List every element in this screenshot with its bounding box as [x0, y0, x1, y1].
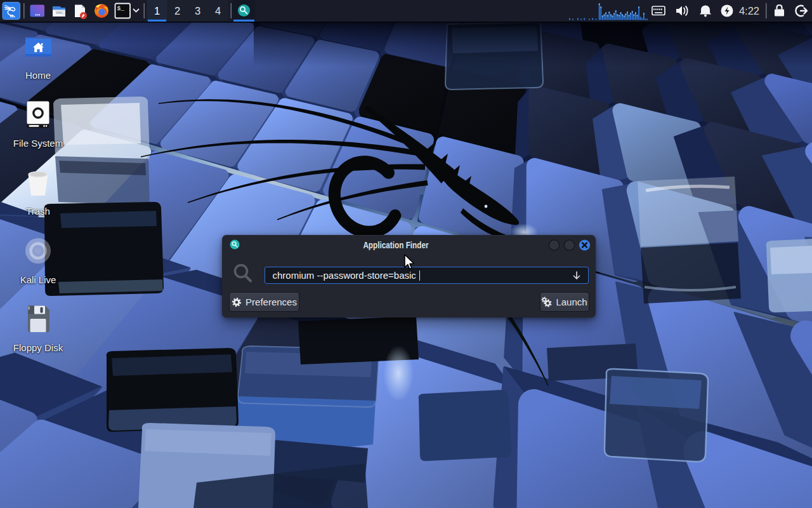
svg-text:1: 1 — [154, 5, 160, 17]
svg-text:3: 3 — [195, 5, 200, 17]
svg-text:4: 4 — [215, 5, 221, 17]
svg-text:2: 2 — [174, 5, 180, 17]
svg-text:4:22: 4:22 — [739, 5, 759, 17]
svg-text:$_: $_ — [117, 5, 125, 12]
